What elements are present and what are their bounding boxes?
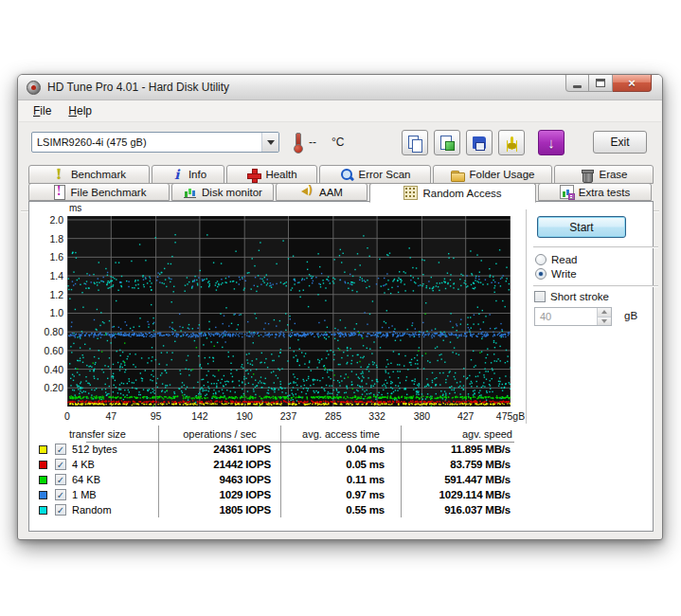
- tab-file-benchmark[interactable]: File Benchmark: [28, 183, 170, 201]
- tab-aam[interactable]: AAM: [276, 183, 367, 201]
- series-checkbox[interactable]: ✓: [55, 489, 66, 500]
- separator: [533, 285, 658, 287]
- start-button[interactable]: Start: [537, 216, 626, 238]
- copy-image-button[interactable]: [434, 130, 460, 155]
- read-label: Read: [551, 254, 578, 265]
- table-row-legend: ✓Random: [37, 502, 158, 517]
- up-arrow-icon: [601, 310, 607, 314]
- table-value-speed: 11.895 MB/s: [401, 442, 512, 457]
- menu-help[interactable]: Help: [60, 101, 100, 120]
- random-access-icon: [403, 186, 418, 200]
- capacity-spinner[interactable]: 40: [534, 307, 612, 326]
- transfer-size-label: 1 MB: [72, 489, 97, 500]
- table-row-legend: ✓512 bytes: [37, 442, 158, 457]
- tab-info[interactable]: Info: [152, 165, 224, 184]
- titlebar[interactable]: HD Tune Pro 4.01 - Hard Disk Utility ×: [18, 75, 662, 100]
- window-title: HD Tune Pro 4.01 - Hard Disk Utility: [47, 81, 229, 94]
- minimize-icon: [573, 85, 582, 88]
- random-access-scatter-chart: [67, 216, 511, 407]
- tab-label: Folder Usage: [469, 169, 534, 180]
- y-tick-label: 0.40: [32, 364, 63, 375]
- tab-label: Info: [188, 169, 206, 180]
- tab-label: Erase: [599, 169, 627, 180]
- series-color-swatch: [39, 476, 47, 484]
- short-stroke-checkbox[interactable]: [534, 291, 546, 302]
- temperature-value: --: [309, 136, 316, 149]
- close-icon: ×: [628, 76, 636, 91]
- table-header-0: transfer size: [37, 426, 158, 442]
- series-checkbox[interactable]: ✓: [55, 459, 66, 470]
- x-tick-label: 190: [224, 410, 265, 422]
- info-icon: [170, 168, 184, 182]
- tab-error-scan[interactable]: Error Scan: [319, 165, 431, 184]
- disk-monitor-icon: [183, 185, 197, 199]
- options-button[interactable]: [498, 130, 525, 155]
- app-window: HD Tune Pro 4.01 - Hard Disk Utility × F…: [17, 74, 663, 540]
- y-tick-label: 1.2: [32, 289, 63, 300]
- table-value-ops: 9463 IOPS: [158, 472, 280, 487]
- x-tick-label: 380: [401, 410, 442, 422]
- transfer-size-label: Random: [72, 504, 112, 516]
- tab-health[interactable]: Health: [226, 165, 317, 184]
- down-arrow-icon: [601, 319, 607, 323]
- y-tick-label: 0.60: [32, 345, 63, 356]
- copy-image-icon: [439, 135, 456, 152]
- x-tick-label: 285: [313, 410, 354, 422]
- tab-folder-usage[interactable]: Folder Usage: [433, 165, 552, 184]
- minimize-button[interactable]: [565, 75, 589, 92]
- y-tick-label: 0.80: [32, 326, 63, 337]
- read-radio-row[interactable]: Read: [535, 253, 578, 266]
- table-row-legend: ✓1 MB: [37, 487, 158, 502]
- spinner-up-button[interactable]: [598, 308, 611, 317]
- capture-button[interactable]: ↓: [538, 130, 565, 155]
- write-radio-row[interactable]: Write: [535, 267, 577, 281]
- table-value-access: 0.05 ms: [280, 457, 401, 472]
- drive-select-value: LSIMR9260-4i (475 gB): [32, 136, 261, 148]
- save-screenshot-button[interactable]: [466, 130, 493, 155]
- drive-select[interactable]: LSIMR9260-4i (475 gB): [31, 132, 279, 153]
- y-axis-unit-label: ms: [69, 203, 81, 213]
- transfer-size-label: 4 KB: [72, 459, 95, 470]
- close-button[interactable]: ×: [613, 75, 652, 92]
- copy-text-button[interactable]: [402, 130, 428, 155]
- spinner-down-button[interactable]: [598, 317, 611, 326]
- exit-button[interactable]: Exit: [593, 131, 647, 154]
- tab-disk-monitor[interactable]: Disk monitor: [171, 183, 274, 201]
- tab-label: Error Scan: [359, 169, 411, 180]
- tab-erase[interactable]: Erase: [554, 165, 654, 184]
- transfer-size-label: 64 KB: [72, 474, 100, 485]
- series-checkbox[interactable]: ✓: [55, 504, 66, 516]
- options-icon: [503, 135, 520, 152]
- write-radio[interactable]: [535, 268, 547, 280]
- table-value-ops: 21442 IOPS: [158, 457, 280, 472]
- series-color-swatch: [39, 491, 47, 499]
- series-checkbox[interactable]: ✓: [55, 444, 66, 455]
- table-value-ops: 1029 IOPS: [158, 487, 280, 502]
- desktop-background: HD Tune Pro 4.01 - Hard Disk Utility × F…: [0, 0, 681, 616]
- tab-label: Benchmark: [71, 169, 126, 180]
- x-tick-label: 427: [445, 410, 487, 422]
- y-tick-label: 0.20: [32, 382, 63, 393]
- thermometer-icon: [294, 133, 301, 152]
- file-benchmark-icon: [52, 185, 66, 199]
- tab-extra-tests[interactable]: Extra tests: [538, 183, 652, 201]
- maximize-button[interactable]: [589, 75, 613, 92]
- table-header-3: agv. speed: [401, 426, 512, 442]
- table-header-1: operations / sec: [158, 426, 280, 442]
- folder-usage-icon: [450, 168, 464, 182]
- tab-label: Extra tests: [579, 187, 630, 198]
- short-stroke-row[interactable]: Short stroke: [534, 290, 609, 303]
- read-radio[interactable]: [535, 254, 547, 265]
- table-header-underline: [86, 442, 514, 443]
- results-table: transfer sizeoperations / secavg. access…: [37, 426, 512, 517]
- capacity-input[interactable]: 40: [535, 308, 597, 325]
- short-stroke-label: Short stroke: [550, 291, 609, 302]
- series-checkbox[interactable]: ✓: [55, 474, 66, 485]
- menu-file[interactable]: File: [25, 101, 60, 120]
- table-value-speed: 1029.114 MB/s: [401, 487, 512, 502]
- tab-random-access[interactable]: Random Access: [369, 183, 536, 203]
- tab-label: AAM: [319, 187, 343, 198]
- tab-row-1: BenchmarkInfoHealthError ScanFolder Usag…: [28, 165, 654, 184]
- tab-benchmark[interactable]: Benchmark: [28, 165, 150, 184]
- chevron-down-icon[interactable]: [261, 133, 278, 152]
